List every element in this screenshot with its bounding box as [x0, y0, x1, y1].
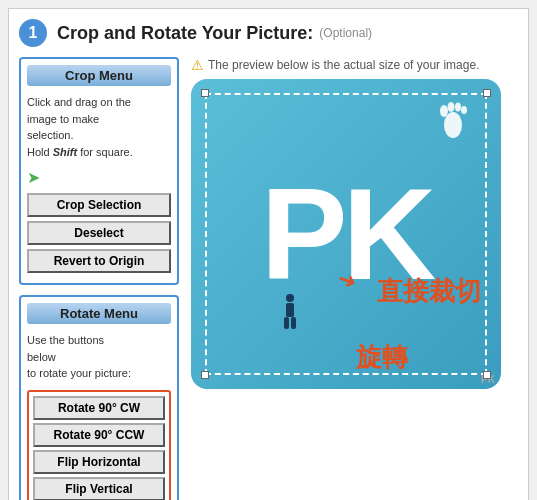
handle-top-right — [483, 89, 491, 97]
right-panel: ⚠ The preview below is the actual size o… — [191, 57, 518, 500]
svg-point-5 — [286, 294, 294, 302]
left-panel: Crop Menu Click and drag on the image to… — [19, 57, 179, 500]
cut-label: 直接裁切 — [377, 274, 481, 309]
svg-rect-7 — [284, 317, 289, 329]
page-wrapper: 1 Crop and Rotate Your Picture: (Optiona… — [8, 8, 529, 500]
content-area: Crop Menu Click and drag on the image to… — [19, 57, 518, 500]
handle-bottom-right — [483, 371, 491, 379]
image-preview: PK ➜ 直接裁切 — [191, 79, 501, 389]
crop-selection-button[interactable]: Crop Selection — [27, 193, 171, 217]
flip-horizontal-button[interactable]: Flip Horizontal — [33, 450, 165, 474]
rotate-menu-description: Use the buttons below to rotate your pic… — [27, 332, 171, 382]
rotate-button-group: Rotate 90° CW Rotate 90° CCW Flip Horizo… — [27, 390, 171, 501]
revert-to-origin-button[interactable]: Revert to Origin — [27, 249, 171, 273]
image-container: PK ➜ 直接裁切 — [191, 79, 501, 389]
rotate-label: 旋轉 — [356, 340, 408, 375]
svg-rect-8 — [291, 317, 296, 329]
step-circle: 1 — [19, 19, 47, 47]
rotate-menu-title: Rotate Menu — [27, 303, 171, 324]
warning-icon: ⚠ — [191, 57, 204, 73]
svg-point-1 — [440, 105, 448, 117]
crop-menu-box: Crop Menu Click and drag on the image to… — [19, 57, 179, 285]
rotate-menu-box: Rotate Menu Use the buttons below to rot… — [19, 295, 179, 500]
flip-vertical-button[interactable]: Flip Vertical — [33, 477, 165, 501]
header-row: 1 Crop and Rotate Your Picture: (Optiona… — [19, 19, 518, 47]
step-number: 1 — [29, 24, 38, 42]
crop-menu-description: Click and drag on the image to make sele… — [27, 94, 171, 160]
optional-label: (Optional) — [319, 26, 372, 40]
page-title: Crop and Rotate Your Picture: — [57, 23, 313, 44]
crop-menu-title: Crop Menu — [27, 65, 171, 86]
svg-rect-6 — [286, 303, 294, 317]
handle-bottom-left — [201, 371, 209, 379]
rotate-90-cw-button[interactable]: Rotate 90° CW — [33, 396, 165, 420]
preview-notice: ⚠ The preview below is the actual size o… — [191, 57, 518, 73]
person-silhouette-icon — [281, 293, 299, 331]
handle-top-left — [201, 89, 209, 97]
svg-point-4 — [461, 106, 467, 114]
footprint-icon — [435, 97, 479, 152]
deselect-button[interactable]: Deselect — [27, 221, 171, 245]
rotate-90-ccw-button[interactable]: Rotate 90° CCW — [33, 423, 165, 447]
svg-point-3 — [455, 103, 461, 112]
green-arrow-icon: ➤ — [27, 168, 171, 187]
svg-point-0 — [444, 112, 462, 138]
preview-notice-text: The preview below is the actual size of … — [208, 58, 479, 72]
svg-point-2 — [448, 102, 455, 112]
